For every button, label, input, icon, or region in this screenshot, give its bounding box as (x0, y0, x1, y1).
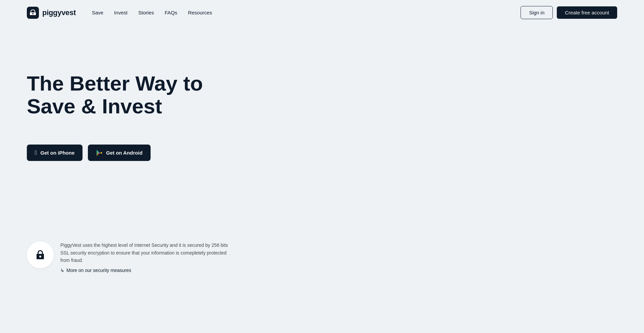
iphone-button-label: Get on iPhone (41, 150, 75, 156)
nav-link-stories[interactable]: Stories (138, 10, 154, 15)
nav-item-faqs[interactable]: FAQs (165, 10, 177, 16)
android-button-label: Get on Android (106, 150, 143, 156)
nav-link-faqs[interactable]: FAQs (165, 10, 177, 15)
security-icon-wrapper (27, 241, 54, 268)
nav-link-resources[interactable]: Resources (188, 10, 212, 15)
hero-title-line2: Save & Invest (27, 95, 162, 118)
lock-icon (34, 249, 46, 261)
nav-item-save[interactable]: Save (92, 10, 103, 16)
arrow-icon: ↳ (60, 268, 64, 273)
nav-right: Sign in Create free account (521, 6, 617, 19)
hero-title: The Better Way to Save & Invest (27, 72, 235, 118)
nav-links: Save Invest Stories FAQs Resources (92, 10, 212, 16)
hero-buttons:  Get on iPhone Get on Android (27, 145, 617, 161)
nav-item-stories[interactable]: Stories (138, 10, 154, 16)
google-play-icon (96, 150, 103, 156)
logo-text: piggyvest (42, 8, 76, 17)
security-link[interactable]: ↳ More on our security measures (60, 268, 228, 273)
navbar: piggyvest Save Invest Stories FAQs Resou… (0, 0, 644, 25)
nav-link-save[interactable]: Save (92, 10, 103, 15)
security-text-block: PiggyVest uses the highest level of Inte… (60, 241, 228, 273)
nav-left: piggyvest Save Invest Stories FAQs Resou… (27, 7, 212, 19)
nav-item-resources[interactable]: Resources (188, 10, 212, 16)
create-account-button[interactable]: Create free account (557, 6, 617, 19)
apple-icon:  (35, 149, 37, 156)
security-link-text: More on our security measures (66, 268, 131, 273)
svg-marker-4 (100, 152, 102, 154)
security-description: PiggyVest uses the highest level of Inte… (60, 241, 228, 264)
nav-item-invest[interactable]: Invest (114, 10, 127, 16)
logo-icon (27, 7, 39, 19)
security-section: PiggyVest uses the highest level of Inte… (0, 241, 644, 273)
hero-title-line1: The Better Way to (27, 72, 203, 95)
hero-section: The Better Way to Save & Invest  Get on… (0, 25, 644, 181)
signin-button[interactable]: Sign in (521, 6, 553, 19)
nav-link-invest[interactable]: Invest (114, 10, 127, 15)
android-app-button[interactable]: Get on Android (88, 145, 151, 161)
iphone-app-button[interactable]:  Get on iPhone (27, 145, 83, 161)
logo[interactable]: piggyvest (27, 7, 76, 19)
